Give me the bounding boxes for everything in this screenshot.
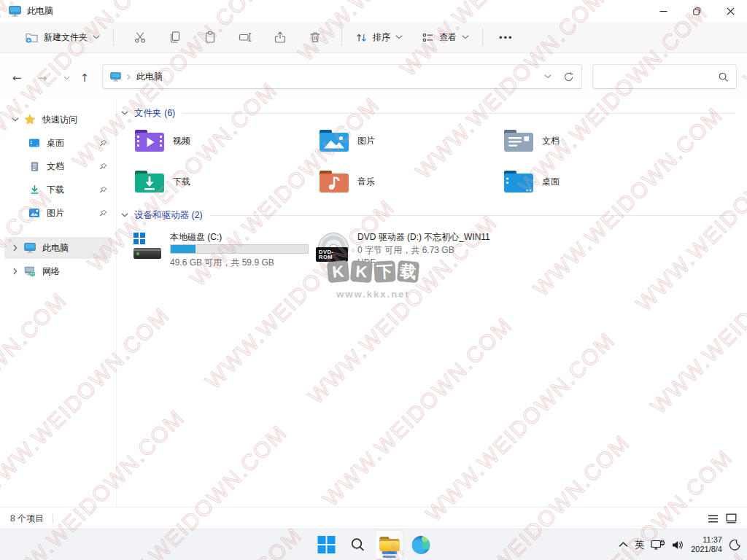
folder-tile-music[interactable]: 音乐 — [318, 167, 503, 196]
downloads-folder-icon — [133, 168, 166, 195]
details-view-button[interactable] — [708, 514, 719, 524]
videos-folder-icon — [133, 128, 166, 154]
taskbar-center — [312, 529, 436, 560]
sidebar-item-label: 下载 — [47, 184, 64, 196]
sidebar-item-documents[interactable]: 文档 — [4, 155, 112, 177]
active-app-indicator — [383, 556, 396, 558]
taskbar-file-explorer-button[interactable] — [375, 530, 404, 559]
devices-section-header[interactable]: 设备和驱动器 (2) — [121, 209, 735, 221]
desktop-folder-icon — [503, 168, 535, 195]
chevron-down-icon — [93, 35, 100, 39]
refresh-button[interactable] — [563, 71, 574, 82]
network-icon[interactable] — [651, 539, 665, 551]
address-bar[interactable]: 此电脑 — [102, 64, 582, 89]
tray-date: 2021/8/4 — [691, 545, 722, 554]
view-button[interactable]: 查看 — [417, 28, 473, 47]
more-options-button[interactable]: ••• — [492, 32, 521, 43]
folder-label: 下载 — [173, 176, 190, 188]
taskbar-search-button[interactable] — [344, 530, 373, 559]
ime-indicator[interactable]: 英 — [635, 538, 644, 551]
pin-icon — [99, 186, 107, 194]
drive-name: 本地磁盘 (C:) — [170, 231, 309, 243]
cut-button[interactable] — [129, 26, 151, 48]
folder-label: 桌面 — [542, 176, 560, 188]
pin-icon — [99, 163, 107, 171]
address-row: ← → ↑ 此电脑 — [0, 54, 747, 98]
sidebar-item-downloads[interactable]: 下载 — [4, 179, 112, 201]
window-controls — [646, 0, 747, 22]
delete-button[interactable] — [304, 26, 326, 48]
window-title: 此电脑 — [27, 5, 53, 18]
folder-tile-videos[interactable]: 视频 — [133, 126, 318, 155]
history-chevron-button[interactable] — [57, 69, 76, 88]
volume-icon[interactable] — [671, 540, 684, 551]
sidebar-item-quick-access[interactable]: 快速访问 — [4, 109, 112, 131]
section-divider — [182, 113, 735, 114]
toolbar-divider — [341, 28, 342, 46]
disk-usage-fill — [171, 245, 196, 253]
folder-label: 图片 — [357, 135, 375, 147]
devices-grid: 本地磁盘 (C:) 49.6 GB 可用，共 59.9 GB DVD-ROM D… — [133, 231, 747, 269]
address-dropdown-chevron[interactable] — [544, 74, 551, 79]
new-folder-icon — [25, 31, 39, 44]
sidebar-item-network[interactable]: 网络 — [4, 260, 112, 282]
chevron-down-icon — [9, 117, 22, 122]
chevron-down-icon — [121, 111, 131, 115]
breadcrumb-this-pc[interactable]: 此电脑 — [136, 71, 163, 83]
dvd-rom-label: DVD-ROM — [316, 247, 348, 262]
view-list-icon — [422, 31, 434, 44]
folder-tile-desktop[interactable]: 桌面 — [503, 167, 687, 196]
section-title: 文件夹 (6) — [134, 107, 175, 120]
back-button[interactable]: ← — [7, 69, 26, 88]
sidebar: 快速访问 桌面 文档 下载 — [0, 98, 117, 507]
content-area: 文件夹 (6) 视频 图片 文档 — [117, 98, 747, 507]
forward-button[interactable]: → — [33, 69, 52, 88]
sidebar-item-desktop[interactable]: 桌面 — [4, 132, 112, 154]
sort-label: 排序 — [373, 31, 390, 44]
close-button[interactable] — [713, 0, 747, 22]
folder-tile-documents[interactable]: 文档 — [503, 126, 687, 155]
copy-button[interactable] — [164, 26, 186, 48]
drive-name: DVD 驱动器 (D:) 不忘初心_WIN11 — [357, 231, 490, 243]
sidebar-item-label: 文档 — [47, 160, 64, 173]
search-input[interactable] — [600, 71, 718, 82]
status-bar: 8 个项目 — [0, 507, 747, 529]
search-icon — [718, 71, 729, 82]
new-folder-button[interactable]: 新建文件夹 — [20, 28, 104, 47]
up-button[interactable]: ↑ — [75, 69, 94, 88]
documents-folder-icon — [503, 128, 535, 154]
tray-chevron-up-icon[interactable] — [619, 542, 628, 548]
folder-tile-pictures[interactable]: 图片 — [318, 126, 503, 155]
new-folder-label: 新建文件夹 — [44, 31, 88, 44]
sidebar-item-label: 此电脑 — [42, 242, 69, 254]
large-icons-view-button[interactable] — [726, 513, 737, 524]
sidebar-item-this-pc[interactable]: 此电脑 — [4, 237, 112, 259]
paste-button[interactable] — [199, 26, 221, 48]
local-disk-tile[interactable]: 本地磁盘 (C:) 49.6 GB 可用，共 59.9 GB — [133, 231, 318, 269]
edge-icon — [411, 536, 430, 554]
folders-section-header[interactable]: 文件夹 (6) — [121, 107, 735, 119]
restore-button[interactable] — [680, 0, 713, 22]
section-title: 设备和驱动器 (2) — [134, 209, 203, 222]
section-divider — [210, 215, 735, 216]
moon-icon[interactable] — [729, 539, 741, 551]
minimize-button[interactable] — [646, 0, 680, 22]
share-button[interactable] — [269, 26, 291, 48]
search-icon — [350, 537, 366, 553]
star-icon — [23, 114, 36, 125]
taskbar-clock[interactable]: 11:37 2021/8/4 — [691, 535, 722, 554]
start-button[interactable] — [312, 530, 341, 559]
music-folder-icon — [318, 168, 350, 195]
sort-button[interactable]: 排序 — [351, 28, 407, 47]
drive-free-space: 0 字节 可用，共 6.73 GB — [357, 244, 490, 257]
folder-tile-downloads[interactable]: 下载 — [133, 167, 318, 196]
chevron-right-icon — [9, 268, 22, 275]
rename-button[interactable] — [234, 26, 256, 48]
toolbar-divider — [482, 28, 483, 46]
folder-label: 音乐 — [357, 176, 375, 188]
folders-grid: 视频 图片 文档 下载 — [133, 126, 747, 196]
items-count: 8 个项目 — [10, 513, 44, 525]
sidebar-item-pictures[interactable]: 图片 — [4, 202, 112, 224]
taskbar-edge-button[interactable] — [406, 530, 436, 559]
dvd-drive-tile[interactable]: DVD-ROM DVD 驱动器 (D:) 不忘初心_WIN11 0 字节 可用，… — [318, 231, 747, 269]
